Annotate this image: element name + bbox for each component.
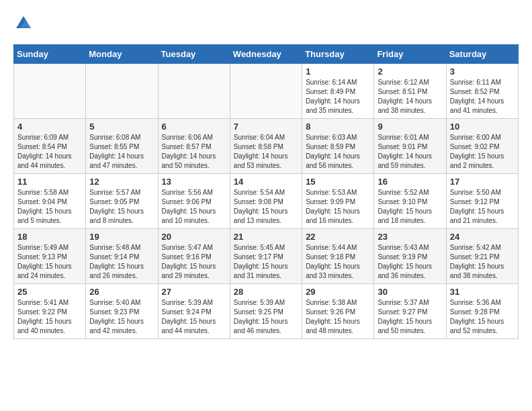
day-number: 10: [450, 122, 515, 132]
day-info: Sunrise: 6:04 AM Sunset: 8:58 PM Dayligh…: [234, 133, 298, 171]
calendar-week-row: 1Sunrise: 6:14 AM Sunset: 8:49 PM Daylig…: [14, 64, 519, 119]
calendar-day-cell: 30Sunrise: 5:37 AM Sunset: 9:27 PM Dayli…: [374, 284, 446, 339]
day-info: Sunrise: 5:52 AM Sunset: 9:10 PM Dayligh…: [378, 188, 442, 226]
calendar-day-cell: 12Sunrise: 5:57 AM Sunset: 9:05 PM Dayli…: [86, 174, 158, 229]
calendar-day-cell: 29Sunrise: 5:38 AM Sunset: 9:26 PM Dayli…: [302, 284, 374, 339]
day-info: Sunrise: 5:47 AM Sunset: 9:16 PM Dayligh…: [162, 243, 226, 281]
day-info: Sunrise: 5:40 AM Sunset: 9:23 PM Dayligh…: [89, 298, 154, 336]
day-number: 15: [306, 177, 370, 187]
day-number: 16: [378, 177, 442, 187]
day-info: Sunrise: 5:44 AM Sunset: 9:18 PM Dayligh…: [306, 243, 370, 281]
calendar-day-cell: 7Sunrise: 6:04 AM Sunset: 8:58 PM Daylig…: [230, 119, 302, 174]
day-info: Sunrise: 5:39 AM Sunset: 9:25 PM Dayligh…: [234, 298, 298, 336]
day-number: 7: [234, 122, 298, 132]
calendar-day-cell: 23Sunrise: 5:43 AM Sunset: 9:19 PM Dayli…: [374, 229, 446, 284]
day-info: Sunrise: 6:08 AM Sunset: 8:55 PM Dayligh…: [89, 133, 154, 171]
day-number: 30: [378, 287, 442, 297]
day-number: 21: [234, 232, 298, 242]
day-number: 29: [306, 287, 370, 297]
calendar-day-cell: 25Sunrise: 5:41 AM Sunset: 9:22 PM Dayli…: [14, 284, 86, 339]
day-number: 25: [17, 287, 82, 297]
day-number: 14: [234, 177, 298, 187]
calendar-day-cell: [14, 64, 86, 119]
day-info: Sunrise: 5:48 AM Sunset: 9:14 PM Dayligh…: [89, 243, 154, 281]
day-info: Sunrise: 5:56 AM Sunset: 9:06 PM Dayligh…: [162, 188, 226, 226]
day-info: Sunrise: 6:14 AM Sunset: 8:49 PM Dayligh…: [306, 78, 370, 116]
day-number: 9: [378, 122, 442, 132]
day-number: 28: [234, 287, 298, 297]
day-number: 22: [306, 232, 370, 242]
day-info: Sunrise: 5:39 AM Sunset: 9:24 PM Dayligh…: [162, 298, 226, 336]
day-number: 11: [17, 177, 82, 187]
day-number: 20: [162, 232, 226, 242]
day-number: 13: [162, 177, 226, 187]
calendar-day-cell: 22Sunrise: 5:44 AM Sunset: 9:18 PM Dayli…: [302, 229, 374, 284]
calendar-day-cell: 10Sunrise: 6:00 AM Sunset: 9:02 PM Dayli…: [446, 119, 518, 174]
day-number: 23: [378, 232, 442, 242]
day-info: Sunrise: 6:00 AM Sunset: 9:02 PM Dayligh…: [450, 133, 515, 171]
day-info: Sunrise: 5:58 AM Sunset: 9:04 PM Dayligh…: [17, 188, 82, 226]
day-info: Sunrise: 5:57 AM Sunset: 9:05 PM Dayligh…: [89, 188, 154, 226]
calendar-day-cell: 15Sunrise: 5:53 AM Sunset: 9:09 PM Dayli…: [302, 174, 374, 229]
calendar-day-cell: 14Sunrise: 5:54 AM Sunset: 9:08 PM Dayli…: [230, 174, 302, 229]
day-number: 27: [162, 287, 226, 297]
calendar-day-cell: 2Sunrise: 6:12 AM Sunset: 8:51 PM Daylig…: [374, 64, 446, 119]
day-number: 18: [17, 232, 82, 242]
calendar-day-cell: 5Sunrise: 6:08 AM Sunset: 8:55 PM Daylig…: [86, 119, 158, 174]
weekday-header: Thursday: [302, 45, 374, 64]
calendar-week-row: 18Sunrise: 5:49 AM Sunset: 9:13 PM Dayli…: [14, 229, 519, 284]
day-info: Sunrise: 6:03 AM Sunset: 8:59 PM Dayligh…: [306, 133, 370, 171]
weekday-header: Wednesday: [230, 45, 302, 64]
calendar-day-cell: 17Sunrise: 5:50 AM Sunset: 9:12 PM Dayli…: [446, 174, 518, 229]
calendar-day-cell: [86, 64, 158, 119]
calendar-week-row: 25Sunrise: 5:41 AM Sunset: 9:22 PM Dayli…: [14, 284, 519, 339]
calendar-day-cell: 4Sunrise: 6:09 AM Sunset: 8:54 PM Daylig…: [14, 119, 86, 174]
calendar-week-row: 11Sunrise: 5:58 AM Sunset: 9:04 PM Dayli…: [14, 174, 519, 229]
day-number: 6: [162, 122, 226, 132]
day-info: Sunrise: 5:50 AM Sunset: 9:12 PM Dayligh…: [450, 188, 515, 226]
day-info: Sunrise: 6:11 AM Sunset: 8:52 PM Dayligh…: [450, 78, 515, 116]
day-info: Sunrise: 6:12 AM Sunset: 8:51 PM Dayligh…: [378, 78, 442, 116]
calendar-day-cell: 19Sunrise: 5:48 AM Sunset: 9:14 PM Dayli…: [86, 229, 158, 284]
calendar-day-cell: 16Sunrise: 5:52 AM Sunset: 9:10 PM Dayli…: [374, 174, 446, 229]
day-info: Sunrise: 6:06 AM Sunset: 8:57 PM Dayligh…: [162, 133, 226, 171]
day-info: Sunrise: 5:42 AM Sunset: 9:21 PM Dayligh…: [450, 243, 515, 281]
calendar-day-cell: 1Sunrise: 6:14 AM Sunset: 8:49 PM Daylig…: [302, 64, 374, 119]
calendar-week-row: 4Sunrise: 6:09 AM Sunset: 8:54 PM Daylig…: [14, 119, 519, 174]
day-number: 26: [89, 287, 154, 297]
weekday-header: Tuesday: [158, 45, 230, 64]
calendar-body: 1Sunrise: 6:14 AM Sunset: 8:49 PM Daylig…: [14, 64, 519, 339]
calendar-day-cell: 11Sunrise: 5:58 AM Sunset: 9:04 PM Dayli…: [14, 174, 86, 229]
day-info: Sunrise: 5:38 AM Sunset: 9:26 PM Dayligh…: [306, 298, 370, 336]
day-number: 12: [89, 177, 154, 187]
day-number: 8: [306, 122, 370, 132]
calendar-day-cell: 6Sunrise: 6:06 AM Sunset: 8:57 PM Daylig…: [158, 119, 230, 174]
calendar-day-cell: 18Sunrise: 5:49 AM Sunset: 9:13 PM Dayli…: [14, 229, 86, 284]
day-number: 1: [306, 66, 370, 77]
day-number: 2: [378, 66, 442, 77]
calendar-day-cell: 21Sunrise: 5:45 AM Sunset: 9:17 PM Dayli…: [230, 229, 302, 284]
day-info: Sunrise: 5:41 AM Sunset: 9:22 PM Dayligh…: [17, 298, 82, 336]
day-number: 3: [450, 66, 515, 77]
weekday-header: Monday: [86, 45, 158, 64]
calendar-header: SundayMondayTuesdayWednesdayThursdayFrid…: [14, 45, 519, 64]
calendar-day-cell: 3Sunrise: 6:11 AM Sunset: 8:52 PM Daylig…: [446, 64, 518, 119]
calendar-day-cell: 9Sunrise: 6:01 AM Sunset: 9:01 PM Daylig…: [374, 119, 446, 174]
day-info: Sunrise: 6:09 AM Sunset: 8:54 PM Dayligh…: [17, 133, 82, 171]
calendar-day-cell: 13Sunrise: 5:56 AM Sunset: 9:06 PM Dayli…: [158, 174, 230, 229]
logo-icon: [13, 13, 34, 34]
day-number: 24: [450, 232, 515, 242]
page-header: [13, 13, 519, 34]
day-info: Sunrise: 5:49 AM Sunset: 9:13 PM Dayligh…: [17, 243, 82, 281]
weekday-header: Sunday: [14, 45, 86, 64]
day-info: Sunrise: 5:37 AM Sunset: 9:27 PM Dayligh…: [378, 298, 442, 336]
logo: [13, 13, 36, 34]
day-info: Sunrise: 5:36 AM Sunset: 9:28 PM Dayligh…: [450, 298, 515, 336]
day-number: 5: [89, 122, 154, 132]
day-info: Sunrise: 5:43 AM Sunset: 9:19 PM Dayligh…: [378, 243, 442, 281]
day-info: Sunrise: 5:54 AM Sunset: 9:08 PM Dayligh…: [234, 188, 298, 226]
day-number: 31: [450, 287, 515, 297]
day-number: 19: [89, 232, 154, 242]
calendar-day-cell: 20Sunrise: 5:47 AM Sunset: 9:16 PM Dayli…: [158, 229, 230, 284]
weekday-header-row: SundayMondayTuesdayWednesdayThursdayFrid…: [14, 45, 519, 64]
